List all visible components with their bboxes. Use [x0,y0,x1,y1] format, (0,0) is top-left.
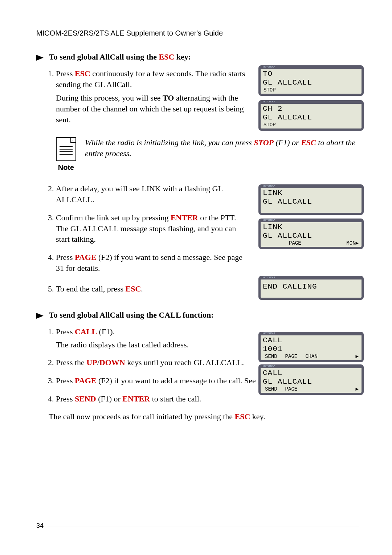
section-heading-esc: To send global AllCall using the ESC key… [36,52,363,62]
step-4: Press SEND (F1) or ENTER to start the ca… [56,393,363,404]
note-text-part: (F1) or [274,138,301,147]
lcd-line: CALL [263,336,359,345]
key-label: SEND [75,394,96,403]
page-header: MICOM-2ES/2RS/2TS ALE Supplement to Owne… [36,29,363,39]
footer-rule [47,526,359,526]
brand-label: MOTOROLA [263,332,275,335]
softkey: MON [346,240,355,246]
lcd-line: GL ALLCALL [263,378,359,386]
key-label: STOP [254,138,274,147]
lcd-display-call-1001: MOTOROLA CALL 1001 SEND PAGE CHAN ▶ [258,332,364,362]
step-paragraph: The radio displays the last called addre… [56,340,189,349]
step-text: Confirm the link set up by pressing [56,213,171,222]
document-page: MICOM-2ES/2RS/2TS ALE Supplement to Owne… [0,0,392,555]
softkey: SEND [265,386,277,392]
lcd-line: LINK [263,189,359,197]
lcd-softkeys: SEND PAGE CHAN ▶ [263,354,359,359]
brand-label: MOTOROLA [263,66,275,68]
closing-paragraph: The call now proceeds as for call initia… [49,411,363,423]
lcd-softkeys: SEND PAGE ▶ [263,386,359,392]
key-label: ENTER [122,394,150,403]
key-label: ESC [301,138,316,147]
lcd-softkeys: STOP [263,87,359,93]
brand-label: MOTOROLA [263,219,275,221]
step-text: to start the call. [150,394,201,403]
softkey: PAGE [289,240,301,246]
lcd-line: END CALLING [263,282,359,291]
brand-label: MOTOROLA [263,185,275,187]
lcd-line: TO [263,70,359,78]
lcd-line: GL ALLCALL [263,197,359,206]
closing-text: The call now proceeds as for call initia… [49,412,235,421]
note-label: Note [56,163,76,172]
lcd-softkeys: PAGE MON▶ [263,240,359,246]
key-label: DOWN [99,358,125,367]
page-footer: 34 [36,522,363,530]
key-label: UP [86,358,97,367]
heading-text: To send global AllCall using the CALL fu… [49,310,213,319]
heading-text: To send global AllCall using the [49,52,159,61]
note-text-part: While the radio is initializing the link… [85,138,254,147]
step-text: To end the call, press [56,284,126,293]
lcd-display-to: MOTOROLA TO GL ALLCALL STOP [258,65,364,96]
step-paragraph: During this process, you will see [56,93,163,102]
key-label: PAGE [75,253,96,262]
step-4: Press PAGE (F2) if you want to send a me… [56,252,363,273]
step-text: keys until you reach GL ALLCALL. [125,358,244,367]
lcd-display-call-gl: MOTOROLA CALL GL ALLCALL SEND PAGE ▶ [258,364,364,395]
lcd-softkeys: STOP [263,122,359,128]
step-text: Press [56,394,75,403]
key-label: PAGE [75,376,96,385]
step-text: (F1). [97,327,115,336]
lcd-line: LINK [263,223,359,232]
lcd-display-link: MOTOROLA LINK GL ALLCALL [258,184,364,215]
lcd-line: 1001 [263,345,359,354]
step-text: (F1) or [96,394,123,403]
lcd-line: GL ALLCALL [263,78,359,87]
arrow-icon [36,313,44,319]
key-label: CALL [75,327,97,336]
arrow-icon: ▶ [356,354,359,359]
step-text: . [141,284,143,293]
softkey: CHAN [305,354,318,359]
note-icon [56,137,76,161]
key-label: ESC [75,69,90,78]
step-text: Press [56,253,75,262]
note-block: Note While the radio is initializing the… [56,137,363,172]
lcd-line: CALL [263,369,359,378]
lcd-display-link-page: MOTOROLA LINK GL ALLCALL PAGE MON▶ [258,219,364,249]
brand-label: MOTOROLA [263,365,275,367]
arrow-icon: ▶ [356,240,359,246]
key-label: ESC [235,412,250,421]
softkey: PAGE [285,386,298,392]
brand-label: MOTOROLA [263,101,275,103]
lcd-display-end: MOTOROLA END CALLING [258,276,364,300]
heading-key: ESC [159,52,175,61]
softkey: SEND [265,354,277,359]
bold-text: TO [163,93,174,102]
lcd-line: CH 2 [263,105,359,113]
step-text: Press [56,69,75,78]
key-label: ESC [126,284,141,293]
closing-text: key. [250,412,265,421]
step-text: Press the [56,358,86,367]
softkey: STOP [264,87,276,93]
heading-text-post: key: [174,52,191,61]
softkey: PAGE [285,354,298,359]
step-text: Press [56,327,75,336]
key-label: ENTER [171,213,198,222]
page-number: 34 [36,522,47,530]
note-icon-wrap: Note [56,137,76,172]
softkey: STOP [264,122,276,128]
arrow-icon [36,55,44,61]
lcd-line: GL ALLCALL [263,113,359,122]
lcd-display-ch: MOTOROLA CH 2 GL ALLCALL STOP [258,100,364,131]
brand-label: MOTOROLA [263,276,275,279]
step-text: Press [56,376,75,385]
section-heading-call: To send global AllCall using the CALL fu… [36,310,363,320]
note-text: While the radio is initializing the link… [85,137,363,159]
arrow-icon: ▶ [356,386,359,392]
lcd-line: GL ALLCALL [263,232,359,240]
